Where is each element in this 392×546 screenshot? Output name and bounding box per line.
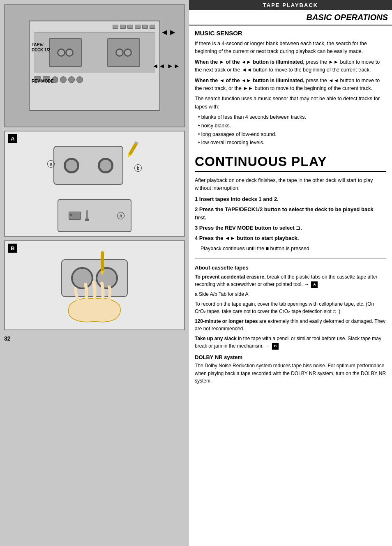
step-1: 1 Insert tapes into decks 1 and 2. xyxy=(195,195,386,204)
bullet-item-3: long passages of low-end sound. xyxy=(198,131,386,138)
dolby-text: The Dolby Noise Reduction system reduces… xyxy=(195,362,386,385)
ctrl-btn-round-4 xyxy=(76,76,83,83)
hand-pencil-diagram xyxy=(37,251,152,325)
continuous-play-intro: After playback on one deck finishes, the… xyxy=(195,177,386,193)
step-3: 3 Press the REV MODE button to select ⊐. xyxy=(195,224,386,233)
reel-1b xyxy=(65,48,74,57)
music-sensor-bullets: blanks of less than 4 seconds between tr… xyxy=(195,113,386,147)
svg-rect-4 xyxy=(85,219,89,221)
label-a-circle: a xyxy=(47,160,55,168)
device-btn-6 xyxy=(150,25,155,29)
right-panel: TAPE PLAYBACK BASIC OPERATIONS MUSIC SEN… xyxy=(189,0,392,546)
music-sensor-bold1: When the ► of the ◄► button is illuminat… xyxy=(195,59,304,65)
pencil-icon xyxy=(123,140,144,160)
device-diagram: TAPE/ DECK 1/2 REV MODE ◄► ◄◄ ►► xyxy=(4,4,185,127)
section-a-label: A xyxy=(8,134,17,143)
section-a: A a xyxy=(4,131,185,237)
section-b: B xyxy=(4,240,185,330)
page-number-container: 32 xyxy=(4,334,185,342)
record-again-c-circle: © xyxy=(333,309,336,314)
reel-1a xyxy=(57,48,65,57)
device-btn-2 xyxy=(120,25,126,29)
device-btn-4 xyxy=(135,25,141,29)
cassette-diagram-a: a b c b xyxy=(9,140,180,232)
slack-para: Take up any slack in the tape with a pen… xyxy=(195,335,386,350)
reel-2a xyxy=(115,48,124,57)
section-b-label: B xyxy=(8,244,17,253)
music-sensor-bold2-block: When the ◄ of the ◄► button is illuminat… xyxy=(195,77,386,93)
device-deck-area xyxy=(34,32,155,73)
reel-2b xyxy=(124,48,132,57)
screwdriver-icon xyxy=(79,210,95,222)
reel-left xyxy=(64,158,79,173)
continuous-play-title: CONTINUOUS PLAY xyxy=(195,154,386,172)
basic-operations-header: BASIC OPERATIONS xyxy=(189,10,392,25)
step-list: 1 Insert tapes into decks 1 and 2. 2 Pre… xyxy=(195,195,386,253)
music-sensor-bold1-block: When the ► of the ◄► button is illuminat… xyxy=(195,58,386,74)
cassette-slot-1 xyxy=(49,38,82,67)
divider-1 xyxy=(195,258,386,259)
side-ab-text: a Side A/b Tab for side A xyxy=(195,290,386,298)
arrow-double-left-right: ◄◄ ►► xyxy=(152,62,180,70)
note-box-a: A xyxy=(311,281,318,288)
music-sensor-para1: If there is a 4-second or longer blank b… xyxy=(195,40,386,56)
device-btn-1 xyxy=(113,25,118,29)
reel-right xyxy=(98,158,113,173)
tape-playback-header: TAPE PLAYBACK xyxy=(189,0,392,10)
device-btn-5 xyxy=(142,25,148,29)
rev-mode-label: REV MODE xyxy=(32,79,53,83)
svg-point-6 xyxy=(72,268,92,288)
ctrl-btn-round-3 xyxy=(68,76,75,83)
slack-bold: Take up any slack xyxy=(195,336,237,341)
bullet-item-4: low overall recording levels. xyxy=(198,139,386,147)
svg-rect-8 xyxy=(101,251,104,272)
music-sensor-title: MUSIC SENSOR xyxy=(195,30,386,37)
step-4: 4 Press the ◄► button to start playback. xyxy=(195,234,386,243)
arrow-b: → xyxy=(265,343,270,349)
label-b-circle-bottom: b xyxy=(117,212,125,219)
step-4-sub: Playback continues until the ■ button is… xyxy=(195,244,386,253)
cassette-slot-2 xyxy=(107,38,140,67)
bullet-item-1: blanks of less than 4 seconds between tr… xyxy=(198,113,386,121)
arrow-right-1: ◄► xyxy=(160,28,177,37)
120-minute-para: 120-minute or longer tapes are extremely… xyxy=(195,318,386,333)
prevent-erasure-para: To prevent accidental erasure, break off… xyxy=(195,273,386,288)
minute-bold: 120-minute or longer tapes xyxy=(195,318,258,324)
ctrl-btn-round-2 xyxy=(60,76,67,83)
record-again-main: To record on the tape again, cover the t… xyxy=(195,301,374,315)
note-box-b: B xyxy=(272,343,279,350)
step-2: 2 Press the TAPE/DECK1/2 button to selec… xyxy=(195,205,386,223)
device-inner: TAPE/ DECK 1/2 REV MODE xyxy=(29,21,160,111)
record-again-text: To record on the tape again, cover the t… xyxy=(195,300,386,316)
left-panel: TAPE/ DECK 1/2 REV MODE ◄► ◄◄ ►► A a xyxy=(0,0,189,546)
dolby-title: DOLBY NR system xyxy=(195,354,386,360)
label-b-circle-top: b xyxy=(134,164,142,172)
bullet-item-2: noisy blanks. xyxy=(198,122,386,130)
music-sensor-para2: The search function uses a music sensor … xyxy=(195,95,386,111)
page-number: 32 xyxy=(4,335,185,342)
tape-deck-label: TAPE/ DECK 1/2 xyxy=(32,42,50,53)
hand-diagram xyxy=(9,251,180,325)
cassette-body-top xyxy=(53,146,123,185)
music-sensor-bold2: When the ◄ of the ◄► button is illuminat… xyxy=(195,78,304,83)
device-btn-3 xyxy=(127,25,133,29)
cassette-tab-detail: c b xyxy=(58,199,131,232)
prevent-erasure-bold: To prevent accidental erasure, xyxy=(195,274,266,280)
about-cassette-title: About cassette tapes xyxy=(195,265,386,271)
record-again-close: .) xyxy=(337,309,340,314)
svg-point-7 xyxy=(97,268,117,288)
label-c: c xyxy=(70,213,72,217)
right-content: MUSIC SENSOR If there is a 4-second or l… xyxy=(189,30,392,393)
